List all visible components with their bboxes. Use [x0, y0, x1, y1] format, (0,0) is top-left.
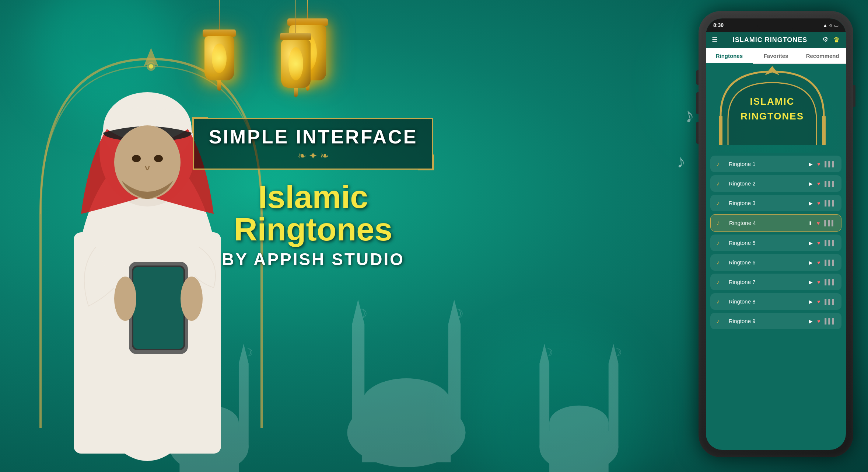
ringtone-list: ♪ Ringtone 1 ▶ ♥ ▌▌▌ ♪ Ringtone 2 ▶	[706, 153, 846, 332]
heart-btn-3[interactable]: ♥	[817, 200, 820, 206]
ringtone-controls-6: ▶ ♥ ▌▌▌	[809, 260, 836, 266]
ringtone-item-9[interactable]: ♪ Ringtone 9 ▶ ♥ ▌▌▌	[710, 313, 841, 329]
ringtone-item-3[interactable]: ♪ Ringtone 3 ▶ ♥ ▌▌▌	[710, 195, 841, 211]
heart-btn-7[interactable]: ♥	[817, 279, 820, 285]
play-btn-6[interactable]: ▶	[809, 260, 813, 266]
svg-rect-12	[448, 324, 461, 428]
volume-up-button	[696, 92, 699, 114]
ringtone-item-7[interactable]: ♪ Ringtone 7 ▶ ♥ ▌▌▌	[710, 274, 841, 290]
music-icon-6: ♪	[716, 258, 724, 266]
ringtone-item-2[interactable]: ♪ Ringtone 2 ▶ ♥ ▌▌▌	[710, 175, 841, 192]
svg-point-9	[362, 378, 451, 428]
ringtone-controls-3: ▶ ♥ ▌▌▌	[809, 200, 836, 206]
pause-btn-4[interactable]: ⏸	[807, 220, 812, 226]
ringtone-controls-1: ▶ ♥ ▌▌▌	[809, 161, 836, 167]
status-icons: ▲ ⌾ ▭	[823, 22, 839, 28]
chart-btn-3[interactable]: ▌▌▌	[825, 200, 836, 206]
ringtone-controls-5: ▶ ♥ ▌▌▌	[809, 240, 836, 246]
chart-btn-5[interactable]: ▌▌▌	[825, 240, 836, 246]
chart-btn-6[interactable]: ▌▌▌	[825, 260, 836, 266]
ringtone-item-5[interactable]: ♪ Ringtone 5 ▶ ♥ ▌▌▌	[710, 235, 841, 251]
volume-down-button	[696, 122, 699, 144]
heart-btn-8[interactable]: ♥	[817, 299, 820, 305]
svg-rect-17	[539, 364, 549, 448]
chart-btn-1[interactable]: ▌▌▌	[825, 161, 836, 167]
ringtone-item-4[interactable]: ♪ Ringtone 4 ⏸ ♥ ▌▌▌	[710, 214, 841, 232]
chart-btn-2[interactable]: ▌▌▌	[825, 181, 836, 187]
music-icon-3: ♪	[716, 199, 724, 207]
play-btn-7[interactable]: ▶	[809, 279, 813, 285]
header-action-icons: ⚙ ♛	[822, 35, 840, 44]
ringtone-controls-4: ⏸ ♥ ▌▌▌	[807, 220, 835, 226]
notch	[757, 21, 794, 30]
ringtone-name-6: Ringtone 6	[729, 259, 804, 266]
svg-point-40	[114, 277, 136, 321]
svg-text:☽: ☽	[452, 306, 463, 320]
lantern-ornament	[217, 80, 221, 91]
music-icon-4: ♪	[717, 219, 725, 227]
ringtone-name-2: Ringtone 2	[729, 180, 804, 187]
power-button	[853, 85, 855, 107]
heart-btn-9[interactable]: ♥	[817, 318, 820, 324]
svg-text:☽: ☽	[356, 306, 367, 320]
simple-interface-label: SIMPLE INTERFACE	[209, 126, 418, 148]
app-header: ☰ ISLAMIC RINGTONES ⚙ ♛	[706, 32, 846, 48]
lantern-cap-top	[203, 30, 236, 37]
svg-rect-44	[822, 116, 826, 145]
play-btn-5[interactable]: ▶	[809, 240, 813, 246]
ringtone-name-4: Ringtone 4	[729, 220, 803, 226]
status-bar: 8:30 ▲ ⌾ ▭	[706, 18, 846, 32]
chart-btn-7[interactable]: ▌▌▌	[825, 279, 836, 285]
play-btn-1[interactable]: ▶	[809, 161, 813, 167]
main-title: Islamic Ringtones	[184, 181, 442, 246]
heart-btn-1[interactable]: ♥	[817, 161, 820, 167]
play-btn-3[interactable]: ▶	[809, 200, 813, 206]
phone-outer-shell: 8:30 ▲ ⌾ ▭ ☰ ISLAMIC RINGTONES ⚙ ♛	[699, 11, 853, 457]
svg-rect-10	[352, 324, 364, 428]
chart-btn-4[interactable]: ▌▌▌	[824, 220, 835, 226]
ringtone-controls-8: ▶ ♥ ▌▌▌	[809, 299, 836, 305]
chart-btn-8[interactable]: ▌▌▌	[825, 299, 836, 305]
settings-icon[interactable]: ⚙	[822, 35, 828, 44]
svg-point-36	[154, 155, 163, 162]
center-content: SIMPLE INTERFACE ❧ ✦ ❧ Islamic Ringtones…	[184, 118, 442, 269]
ringtone-item-8[interactable]: ♪ Ringtone 8 ▶ ♥ ▌▌▌	[710, 293, 841, 310]
menu-icon[interactable]: ☰	[712, 36, 718, 44]
music-icon-7: ♪	[716, 278, 724, 286]
heart-btn-2[interactable]: ♥	[817, 181, 820, 187]
svg-text:☽: ☽	[612, 346, 622, 358]
lantern-left	[203, 0, 236, 91]
ringtone-item-6[interactable]: ♪ Ringtone 6 ▶ ♥ ▌▌▌	[710, 254, 841, 271]
phone-screen: 8:30 ▲ ⌾ ▭ ☰ ISLAMIC RINGTONES ⚙ ♛	[706, 18, 846, 450]
ringtone-name-3: Ringtone 3	[729, 200, 804, 206]
heart-btn-4[interactable]: ♥	[817, 220, 820, 226]
chart-btn-9[interactable]: ▌▌▌	[825, 318, 836, 324]
music-icon-9: ♪	[716, 317, 724, 325]
svg-point-16	[549, 405, 609, 440]
play-btn-8[interactable]: ▶	[809, 299, 813, 305]
wifi-icon: ⌾	[829, 22, 832, 28]
divider-ornament: ❧ ✦ ❧	[209, 150, 418, 162]
play-btn-9[interactable]: ▶	[809, 318, 813, 324]
simple-interface-badge: SIMPLE INTERFACE ❧ ✦ ❧	[193, 118, 434, 170]
phone-arch-svg: ISLAMIC RINGTONES	[706, 64, 839, 149]
tab-favorites[interactable]: Favorites	[753, 48, 799, 63]
ringtone-controls-2: ▶ ♥ ▌▌▌	[809, 181, 836, 187]
crown-icon[interactable]: ♛	[833, 35, 840, 44]
ringtone-name-8: Ringtone 8	[729, 298, 804, 305]
ringtone-name-5: Ringtone 5	[729, 240, 804, 246]
phone-content-area: ISLAMIC RINGTONES ♪ Ringtone 1 ▶ ♥ ▌▌▌	[706, 64, 846, 332]
studio-byline: BY APPISH STUDIO	[184, 249, 442, 269]
play-btn-2[interactable]: ▶	[809, 181, 813, 187]
music-icon-5: ♪	[716, 239, 724, 247]
heart-btn-5[interactable]: ♥	[817, 240, 820, 246]
svg-rect-39	[133, 267, 183, 349]
tab-ringtones[interactable]: Ringtones	[706, 48, 753, 63]
app-title: ISLAMIC RINGTONES	[733, 36, 808, 44]
svg-rect-19	[609, 364, 619, 448]
svg-point-41	[181, 277, 203, 321]
tab-recommend[interactable]: Recommend	[799, 48, 846, 63]
heart-btn-6[interactable]: ♥	[817, 260, 820, 266]
ringtone-item-1[interactable]: ♪ Ringtone 1 ▶ ♥ ▌▌▌	[710, 156, 841, 172]
lantern-string	[219, 0, 220, 30]
